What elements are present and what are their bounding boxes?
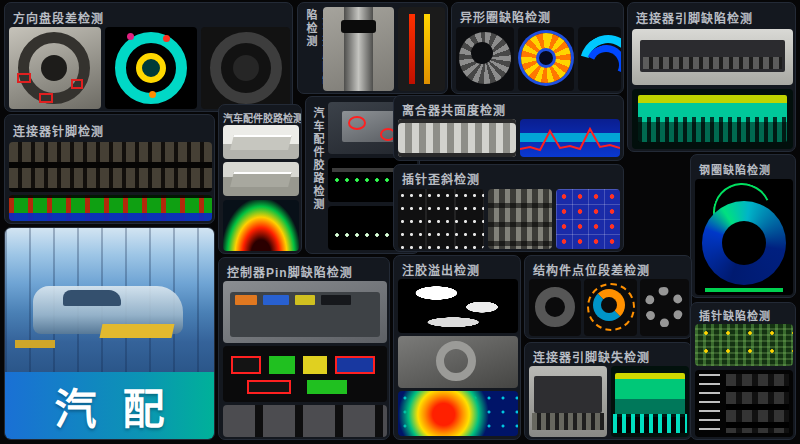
pcb-photo-image — [695, 324, 793, 366]
pin-row-photo-image — [9, 142, 212, 192]
panel-brand-factory[interactable]: 汽配 — [4, 227, 215, 440]
ring-heatmap-image — [584, 279, 637, 336]
panel-glue-path-a[interactable]: 汽车配件胶路检测 — [218, 104, 302, 254]
panel-connector-pins[interactable]: 连接器针脚检测 — [4, 114, 215, 224]
factory-photo-image — [5, 228, 214, 374]
shaft-heatmap-image — [398, 7, 445, 91]
defect-block — [231, 356, 261, 374]
defect-spot — [163, 35, 170, 42]
steering-hub-shape — [41, 55, 67, 81]
panel-connector-pins-label: 连接器针脚检测 — [13, 122, 104, 139]
panel-pin-skew-label: 插针歪斜检测 — [402, 170, 480, 187]
panel-glue-overflow-label: 注胶溢出检测 — [402, 261, 480, 278]
rubber-ring-band — [341, 20, 375, 33]
brand-band: 汽配 — [5, 372, 214, 439]
panel-connector-lead-defect[interactable]: 连接器引脚缺陷检测 — [627, 2, 796, 152]
connector-heatmap-pins — [613, 414, 688, 432]
ring-shape — [535, 287, 575, 327]
connector-modules-row-image — [223, 405, 387, 437]
dashed-annotation-ring — [587, 283, 635, 331]
steering-hub-shape — [233, 55, 259, 81]
part-photo-image — [398, 336, 518, 388]
panel-pin-defect[interactable]: 插针缺陷检测 — [690, 302, 796, 440]
warn-block — [303, 356, 327, 374]
pin-grid-gray-image — [488, 189, 552, 249]
yellow-fixture-shape — [15, 340, 55, 348]
result-readout-image — [695, 370, 793, 437]
gear-heatmap-hole — [536, 48, 556, 68]
panel-pin-defect-label: 插针缺陷检测 — [699, 307, 771, 323]
yellow-fixture-shape — [100, 324, 175, 338]
controller-photo-image — [223, 281, 387, 343]
defect-spot — [149, 91, 156, 98]
ok-block — [269, 356, 295, 374]
ring-donut-hole — [722, 221, 766, 265]
connector-block — [321, 295, 351, 305]
panel-connector-lead-missing[interactable]: 连接器引脚缺失检测 — [524, 342, 692, 440]
panel-clutch-label: 离合器共面度检测 — [402, 101, 506, 118]
gear-ring-photo-image — [640, 279, 689, 336]
gear-hole — [471, 42, 493, 64]
panel-controller-pin[interactable]: 控制器Pin脚缺陷检测 — [218, 257, 390, 440]
brand-title: 汽配 — [54, 375, 190, 436]
connector-photo-image — [632, 29, 793, 85]
connector-housing — [534, 376, 603, 413]
coplanarity-heatmap-image — [520, 119, 620, 157]
panel-glue-path-b-label: 汽车配件胶路检测 — [310, 107, 326, 247]
connector-heatmap-image — [632, 89, 793, 149]
ring-photo-image — [529, 279, 581, 336]
panel-structural-step-label: 结构件点位段差检测 — [533, 261, 650, 278]
glue-path-heatmap-image — [223, 200, 299, 251]
panel-connector-lead-defect-label: 连接器引脚缺陷检测 — [636, 9, 753, 26]
auto-parts-inspection-collage: 方向盘段差检测 工字形胶圈缺陷检测 — [0, 0, 800, 444]
pin-slot-grid — [726, 374, 789, 433]
detection-box — [39, 93, 53, 103]
panel-steel-ring[interactable]: 钢圈缺陷检测 — [690, 154, 796, 298]
result-text-lines — [699, 374, 721, 433]
heatmap-yellow-stripe — [424, 14, 430, 85]
steering-wheel-dark-image — [201, 27, 290, 109]
steering-wheel-photo-image — [9, 27, 101, 109]
connector-block — [235, 295, 257, 305]
binary-mask-image — [398, 279, 518, 333]
panel-structural-step[interactable]: 结构件点位段差检测 — [524, 255, 692, 339]
defect-block — [335, 356, 375, 374]
connector-block — [263, 295, 289, 305]
detection-box — [71, 79, 83, 89]
panel-steering-step[interactable]: 方向盘段差检测 — [4, 2, 293, 112]
panel-clutch[interactable]: 离合器共面度检测 — [393, 95, 624, 161]
ok-block — [307, 380, 347, 394]
panel-controller-pin-label: 控制器Pin脚缺陷检测 — [227, 263, 353, 280]
connector-body — [640, 40, 785, 71]
connector-pins-row — [643, 57, 782, 69]
gear-photo-image — [456, 27, 514, 91]
bracket-shape — [230, 135, 291, 150]
pin-row-heatmap-image — [9, 195, 212, 221]
panel-shaped-ring-label: 异形圈缺陷检测 — [460, 8, 551, 25]
panel-glue-overflow[interactable]: 注胶溢出检测 — [393, 255, 521, 440]
panel-glue-path-a-label: 汽车配件胶路检测 — [223, 110, 302, 125]
overflow-heatmap-image — [398, 391, 518, 436]
metal-strip-photo-image — [223, 162, 299, 196]
bracket-shape — [230, 172, 291, 187]
gear-heatmap-image — [518, 27, 574, 91]
connector-heatmap-housing — [615, 373, 685, 417]
defect-spot — [127, 33, 134, 40]
steering-wheel-heatmap-image — [105, 27, 197, 109]
connector-heatmap-image — [611, 366, 689, 437]
panel-i-shape-ring[interactable]: 工字形胶圈缺陷检测 — [297, 2, 448, 94]
measure-bar — [705, 288, 783, 292]
car-window-shape — [63, 290, 121, 306]
heatmap-ring — [593, 289, 625, 321]
ring-edge-heatmap-image — [578, 27, 621, 91]
panel-steering-step-label: 方向盘段差检测 — [13, 9, 104, 26]
panel-steel-ring-label: 钢圈缺陷检测 — [699, 161, 771, 177]
controller-heatmap-image — [223, 346, 387, 402]
panel-pin-skew[interactable]: 插针歪斜检测 — [393, 164, 624, 252]
pin-small-multiples-image — [556, 189, 620, 249]
metal-strip-photo-image — [223, 125, 299, 159]
coplanarity-line-chart — [520, 119, 620, 157]
connector-block — [295, 295, 315, 305]
heatmap-red-stripe — [409, 14, 415, 85]
panel-shaped-ring[interactable]: 异形圈缺陷检测 — [451, 2, 624, 94]
